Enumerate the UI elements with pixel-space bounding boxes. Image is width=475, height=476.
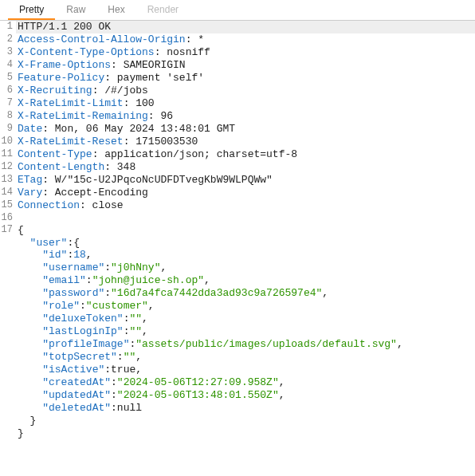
line-content: ETag: W/"15c-U2JPqcoNcUDFDTvegKbW9WLPQWw… (16, 174, 475, 187)
code-line: "deluxeToken":"", (0, 313, 475, 325)
line-content: X-Recruiting: /#/jobs (16, 85, 475, 97)
code-line: "password":"16d7a4fca7442dda3ad93c9a7265… (0, 287, 475, 300)
line-content: Content-Type: application/json; charset=… (16, 148, 475, 161)
code-line: } (0, 427, 475, 440)
code-line: 15Connection: close (0, 199, 475, 212)
code-line: 4X-Frame-Options: SAMEORIGIN (0, 59, 475, 72)
line-content: } (16, 415, 475, 427)
line-number (0, 338, 16, 351)
line-content: "totpSecret":"", (16, 351, 475, 364)
line-number (0, 249, 16, 262)
line-content: "profileImage":"assets/public/images/upl… (16, 338, 475, 351)
line-content: "id":18, (16, 249, 475, 262)
line-content: Vary: Accept-Encoding (16, 187, 475, 199)
code-line: "profileImage":"assets/public/images/upl… (0, 338, 475, 351)
tab-render: Render (136, 0, 190, 20)
line-number: 14 (0, 187, 16, 199)
line-number: 3 (0, 46, 16, 59)
line-number (0, 262, 16, 274)
line-content: Feature-Policy: payment 'self' (16, 72, 475, 85)
code-line: 17{ (0, 224, 475, 237)
line-content: "role":"customer", (16, 300, 475, 313)
code-line: 8X-RateLimit-Remaining: 96 (0, 110, 475, 123)
line-number (0, 287, 16, 300)
line-number: 10 (0, 136, 16, 148)
code-line: "id":18, (0, 249, 475, 262)
line-content: X-RateLimit-Remaining: 96 (16, 110, 475, 123)
line-number: 13 (0, 174, 16, 187)
code-line: 9Date: Mon, 06 May 2024 13:48:01 GMT (0, 123, 475, 136)
code-line: "totpSecret":"", (0, 351, 475, 364)
line-content: "user":{ (16, 237, 475, 250)
line-number: 15 (0, 199, 16, 212)
line-number: 6 (0, 85, 16, 97)
code-line: "lastLoginIp":"", (0, 325, 475, 338)
code-line: 16 (0, 212, 475, 224)
code-line: 14Vary: Accept-Encoding (0, 187, 475, 199)
line-content: "email":"john@juice-sh.op", (16, 274, 475, 287)
code-line: "username":"j0hNny", (0, 262, 475, 274)
line-number: 12 (0, 161, 16, 174)
line-content: X-Frame-Options: SAMEORIGIN (16, 59, 475, 72)
line-content: X-RateLimit-Reset: 1715003530 (16, 136, 475, 148)
line-number: 8 (0, 110, 16, 123)
code-line: "createdAt":"2024-05-06T12:27:09.958Z", (0, 376, 475, 389)
code-line: 1HTTP/1.1 200 OK (0, 21, 475, 33)
line-content: "createdAt":"2024-05-06T12:27:09.958Z", (16, 376, 475, 389)
line-number: 7 (0, 97, 16, 110)
code-line: "user":{ (0, 237, 475, 250)
code-line: 5Feature-Policy: payment 'self' (0, 72, 475, 85)
response-body: 1HTTP/1.1 200 OK2Access-Control-Allow-Or… (0, 21, 475, 440)
code-line: "role":"customer", (0, 300, 475, 313)
line-number: 11 (0, 148, 16, 161)
line-content: Connection: close (16, 199, 475, 212)
line-number: 9 (0, 123, 16, 136)
code-line: 6X-Recruiting: /#/jobs (0, 85, 475, 97)
line-number (0, 325, 16, 338)
line-number (0, 402, 16, 415)
view-tabs: PrettyRawHexRender (0, 0, 475, 21)
line-content: X-Content-Type-Options: nosniff (16, 46, 475, 59)
line-number (0, 376, 16, 389)
line-number (0, 415, 16, 427)
tab-raw[interactable]: Raw (55, 0, 96, 20)
line-number: 17 (0, 224, 16, 237)
line-content: "password":"16d7a4fca7442dda3ad93c9a7265… (16, 287, 475, 300)
line-number: 4 (0, 59, 16, 72)
line-content: "isActive":true, (16, 364, 475, 376)
line-content: "username":"j0hNny", (16, 262, 475, 274)
code-line: 7X-RateLimit-Limit: 100 (0, 97, 475, 110)
tab-pretty[interactable]: Pretty (8, 0, 55, 20)
line-number (0, 274, 16, 287)
line-content: X-RateLimit-Limit: 100 (16, 97, 475, 110)
code-line: } (0, 415, 475, 427)
code-line: 3X-Content-Type-Options: nosniff (0, 46, 475, 59)
line-content: Date: Mon, 06 May 2024 13:48:01 GMT (16, 123, 475, 136)
line-content: { (16, 224, 475, 237)
code-line: 11Content-Type: application/json; charse… (0, 148, 475, 161)
line-number (0, 351, 16, 364)
line-content: "lastLoginIp":"", (16, 325, 475, 338)
code-line: "updatedAt":"2024-05-06T13:48:01.550Z", (0, 389, 475, 402)
line-content: "deluxeToken":"", (16, 313, 475, 325)
line-number (0, 364, 16, 376)
line-content: "updatedAt":"2024-05-06T13:48:01.550Z", (16, 389, 475, 402)
line-number (0, 237, 16, 250)
code-line: 10X-RateLimit-Reset: 1715003530 (0, 136, 475, 148)
line-number (0, 427, 16, 440)
line-number: 5 (0, 72, 16, 85)
code-line: "isActive":true, (0, 364, 475, 376)
code-line: 13ETag: W/"15c-U2JPqcoNcUDFDTvegKbW9WLPQ… (0, 174, 475, 187)
code-line: "deletedAt":null (0, 402, 475, 415)
line-content: Content-Length: 348 (16, 161, 475, 174)
line-number (0, 313, 16, 325)
line-content: Access-Control-Allow-Origin: * (16, 33, 475, 46)
line-number (0, 389, 16, 402)
line-number: 2 (0, 33, 16, 46)
line-content (16, 212, 475, 224)
tab-hex[interactable]: Hex (96, 0, 135, 20)
code-line: 2Access-Control-Allow-Origin: * (0, 33, 475, 46)
line-content: "deletedAt":null (16, 402, 475, 415)
line-number: 16 (0, 212, 16, 224)
code-line: 12Content-Length: 348 (0, 161, 475, 174)
